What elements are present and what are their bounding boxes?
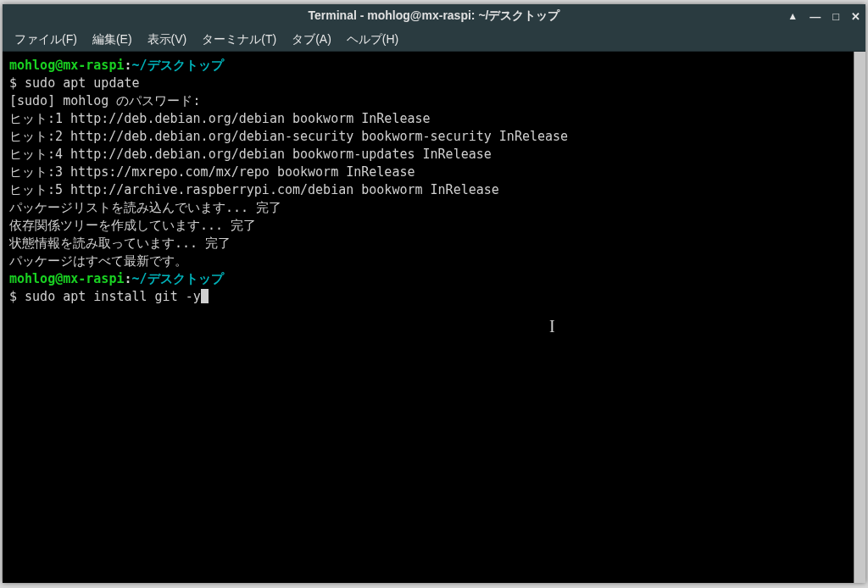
output-line: ヒット:5 http://archive.raspberrypi.com/deb… <box>9 181 847 199</box>
terminal-output[interactable]: mohlog@mx-raspi:~/デスクトップ$ sudo apt updat… <box>3 52 854 583</box>
menu-edit[interactable]: 編集(E) <box>86 29 139 51</box>
menu-tabs[interactable]: タブ(A) <box>285 29 338 51</box>
output-line: ヒット:3 https://mxrepo.com/mx/repo bookwor… <box>9 164 847 181</box>
output-line: [sudo] mohlog のパスワード: <box>9 92 847 110</box>
text-cursor <box>201 289 209 303</box>
prompt-line: mohlog@mx-raspi:~/デスクトップ <box>9 57 847 75</box>
window-controls: ▲ — □ ✕ <box>787 11 860 22</box>
maximize-button[interactable]: □ <box>832 11 839 22</box>
command-text: sudo apt install git -y <box>25 289 201 304</box>
command-line: $ sudo apt update <box>9 75 847 92</box>
close-button[interactable]: ✕ <box>851 11 860 22</box>
output-line: パッケージはすべて最新です。 <box>9 252 847 270</box>
prompt-colon: : <box>124 271 131 286</box>
menu-view[interactable]: 表示(V) <box>141 29 194 51</box>
output-line: 状態情報を読み取っています... 完了 <box>9 235 847 252</box>
menu-help[interactable]: ヘルプ(H) <box>340 29 405 51</box>
ps1: $ <box>9 289 25 304</box>
terminal-window: Terminal - mohlog@mx-raspi: ~/デスクトップ ▲ —… <box>3 4 865 583</box>
prompt-host: mx-raspi <box>63 271 124 286</box>
command-line: $ sudo apt install git -y <box>9 288 847 306</box>
prompt-path: ~/デスクトップ <box>132 271 224 286</box>
command-text: sudo apt update <box>25 75 139 91</box>
output-line: ヒット:2 http://deb.debian.org/debian-secur… <box>9 128 847 146</box>
minimize-button[interactable]: — <box>810 11 821 22</box>
prompt-colon: : <box>124 58 131 73</box>
prompt-at: @ <box>55 58 63 73</box>
rollup-button[interactable]: ▲ <box>787 11 798 21</box>
output-line: ヒット:1 http://deb.debian.org/debian bookw… <box>9 110 847 128</box>
window-title: Terminal - mohlog@mx-raspi: ~/デスクトップ <box>309 8 560 24</box>
prompt-host: mx-raspi <box>63 58 124 73</box>
terminal-area: mohlog@mx-raspi:~/デスクトップ$ sudo apt updat… <box>3 52 865 583</box>
prompt-user: mohlog <box>9 271 55 286</box>
ps1: $ <box>9 75 25 91</box>
output-line: パッケージリストを読み込んでいます... 完了 <box>9 199 847 217</box>
prompt-user: mohlog <box>9 58 55 73</box>
scrollbar[interactable] <box>854 52 865 583</box>
output-line: 依存関係ツリーを作成しています... 完了 <box>9 217 847 235</box>
output-line: ヒット:4 http://deb.debian.org/debian bookw… <box>9 146 847 164</box>
menu-file[interactable]: ファイル(F) <box>8 29 84 51</box>
menu-terminal[interactable]: ターミナル(T) <box>195 29 283 51</box>
menubar: ファイル(F) 編集(E) 表示(V) ターミナル(T) タブ(A) ヘルプ(H… <box>3 28 865 52</box>
titlebar[interactable]: Terminal - mohlog@mx-raspi: ~/デスクトップ ▲ —… <box>3 4 865 28</box>
prompt-path: ~/デスクトップ <box>132 58 224 73</box>
prompt-line: mohlog@mx-raspi:~/デスクトップ <box>9 270 847 288</box>
prompt-at: @ <box>55 271 63 286</box>
